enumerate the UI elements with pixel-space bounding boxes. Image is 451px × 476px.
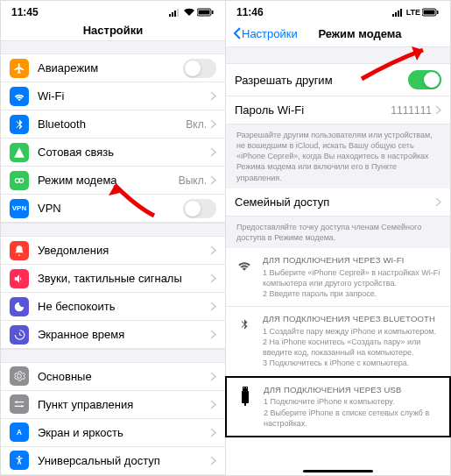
row-accessibility[interactable]: Универсальный доступ bbox=[1, 447, 225, 475]
nav-bar: Настройки bbox=[1, 20, 225, 40]
allow-toggle[interactable] bbox=[408, 70, 441, 89]
row-display[interactable]: A Экран и яркость bbox=[1, 419, 225, 447]
airplane-icon bbox=[10, 59, 29, 78]
home-indicator[interactable] bbox=[303, 470, 373, 472]
accessibility-icon bbox=[10, 451, 29, 470]
control-icon bbox=[10, 394, 29, 414]
status-bar: 11:46 LTE bbox=[226, 1, 450, 20]
row-hotspot[interactable]: Режим модема Выкл. bbox=[1, 167, 225, 195]
vpn-label: VPN bbox=[38, 202, 183, 215]
row-screentime[interactable]: Экранное время bbox=[1, 321, 225, 349]
row-notifications[interactable]: Уведомления bbox=[1, 237, 225, 265]
general-label: Основные bbox=[38, 370, 210, 383]
back-button[interactable]: Настройки bbox=[233, 27, 298, 40]
row-vpn[interactable]: VPN VPN bbox=[1, 195, 225, 223]
vpn-icon: VPN bbox=[10, 199, 29, 218]
svg-rect-2 bbox=[174, 11, 176, 17]
screentime-icon bbox=[10, 325, 29, 345]
row-cellular[interactable]: Сотовая связь bbox=[1, 139, 225, 167]
bluetooth-icon bbox=[10, 115, 29, 134]
chevron-icon bbox=[210, 400, 216, 409]
connect-usb-section: ДЛЯ ПОДКЛЮЧЕНИЯ ЧЕРЕЗ USB 1 Подключите i… bbox=[225, 376, 451, 437]
vpn-toggle[interactable] bbox=[183, 199, 216, 218]
row-general[interactable]: Основные bbox=[1, 363, 225, 391]
notifications-icon bbox=[10, 241, 29, 260]
row-control[interactable]: Пункт управления bbox=[1, 391, 225, 419]
connect-bt-section: ДЛЯ ПОДКЛЮЧЕНИЯ ЧЕРЕЗ BLUETOOTH 1 Создай… bbox=[226, 307, 450, 376]
row-wifi[interactable]: Wi-Fi bbox=[1, 82, 225, 110]
svg-rect-1 bbox=[172, 12, 173, 17]
wifi-conn-title: ДЛЯ ПОДКЛЮЧЕНИЯ ЧЕРЕЗ WI-FI bbox=[263, 255, 441, 266]
bluetooth-value: Вкл. bbox=[186, 118, 207, 131]
row-bluetooth[interactable]: Bluetooth Вкл. bbox=[1, 110, 225, 139]
airplane-toggle[interactable] bbox=[183, 59, 216, 78]
bluetooth-icon bbox=[235, 314, 254, 368]
usb-conn-title: ДЛЯ ПОДКЛЮЧЕНИЯ ЧЕРЕЗ USB bbox=[264, 385, 440, 396]
page-title: Настройки bbox=[1, 24, 225, 37]
wifi-icon bbox=[235, 255, 254, 299]
svg-rect-21 bbox=[243, 387, 244, 388]
hotspot-value: Выкл. bbox=[179, 174, 207, 187]
hotspot-description: Разрешайте другим пользователям или устр… bbox=[226, 124, 450, 188]
status-time: 11:46 bbox=[236, 6, 264, 18]
chevron-icon bbox=[435, 197, 441, 207]
right-screen: 11:46 LTE Настройки Режим модема Разреша… bbox=[225, 1, 450, 475]
password-value: 1111111 bbox=[391, 104, 432, 117]
svg-point-12 bbox=[18, 456, 20, 458]
hotspot-label: Режим модема bbox=[38, 174, 179, 187]
svg-rect-3 bbox=[177, 9, 179, 17]
svg-rect-5 bbox=[199, 11, 210, 15]
general-icon bbox=[10, 366, 29, 386]
family-label: Семейный доступ bbox=[235, 195, 435, 209]
allow-label: Разрешать другим bbox=[235, 74, 408, 87]
screentime-label: Экранное время bbox=[38, 328, 210, 341]
nav-bar: Настройки Режим модема bbox=[226, 20, 450, 46]
bt-conn-step2: 2 На iPhone коснитесь «Создать пару» или… bbox=[263, 337, 441, 358]
bluetooth-label: Bluetooth bbox=[38, 117, 186, 131]
chevron-icon bbox=[210, 175, 216, 185]
wifi-label: Wi-Fi bbox=[38, 89, 207, 103]
bt-conn-title: ДЛЯ ПОДКЛЮЧЕНИЯ ЧЕРЕЗ BLUETOOTH bbox=[263, 314, 441, 325]
row-dnd[interactable]: Не беспокоить bbox=[1, 293, 225, 321]
svg-rect-18 bbox=[424, 11, 435, 15]
svg-rect-22 bbox=[246, 387, 247, 388]
svg-point-7 bbox=[15, 178, 19, 182]
dnd-icon bbox=[10, 297, 29, 316]
row-family-sharing[interactable]: Семейный доступ bbox=[226, 188, 450, 217]
row-sounds[interactable]: Звуки, тактильные сигналы bbox=[1, 265, 225, 293]
wifi-conn-step2: 2 Введите пароль при запросе. bbox=[263, 288, 441, 299]
airplane-label: Авиарежим bbox=[38, 61, 183, 75]
password-label: Пароль Wi-Fi bbox=[235, 103, 391, 117]
cellular-label: Сотовая связь bbox=[38, 146, 210, 159]
chevron-icon bbox=[210, 456, 216, 465]
accessibility-label: Универсальный доступ bbox=[38, 454, 210, 467]
chevron-icon bbox=[210, 91, 216, 101]
svg-point-8 bbox=[19, 178, 24, 182]
svg-rect-15 bbox=[398, 11, 399, 17]
svg-rect-13 bbox=[392, 14, 394, 17]
svg-point-10 bbox=[21, 406, 23, 408]
svg-point-9 bbox=[16, 401, 18, 403]
sounds-icon bbox=[10, 269, 29, 288]
dnd-label: Не беспокоить bbox=[38, 300, 210, 313]
left-screen: 11:45 Настройки Авиарежим Wi-Fi Bluetoot… bbox=[1, 1, 225, 475]
control-label: Пункт управления bbox=[38, 398, 210, 411]
chevron-icon bbox=[435, 105, 441, 115]
chevron-icon bbox=[210, 274, 216, 283]
notifications-label: Уведомления bbox=[38, 244, 210, 257]
row-password[interactable]: Пароль Wi-Fi 1111111 bbox=[226, 96, 450, 124]
status-time: 11:45 bbox=[11, 6, 39, 18]
display-icon: A bbox=[10, 423, 29, 442]
chevron-icon bbox=[210, 330, 216, 339]
display-label: Экран и яркость bbox=[38, 426, 210, 439]
svg-rect-6 bbox=[212, 11, 214, 14]
status-icons: LTE bbox=[392, 8, 440, 17]
usb-conn-step1: 1 Подключите iPhone к компьютеру. bbox=[264, 396, 440, 407]
row-allow-others[interactable]: Разрешать другим bbox=[226, 64, 450, 96]
row-airplane[interactable]: Авиарежим bbox=[1, 54, 225, 82]
wifi-conn-step1: 1 Выберите «iPhone Сергей» в настройках … bbox=[263, 267, 441, 288]
bt-conn-step3: 3 Подключитесь к iPhone с компьютера. bbox=[263, 358, 441, 368]
svg-rect-16 bbox=[400, 9, 402, 17]
back-label: Настройки bbox=[242, 27, 298, 40]
usb-icon bbox=[236, 385, 255, 429]
